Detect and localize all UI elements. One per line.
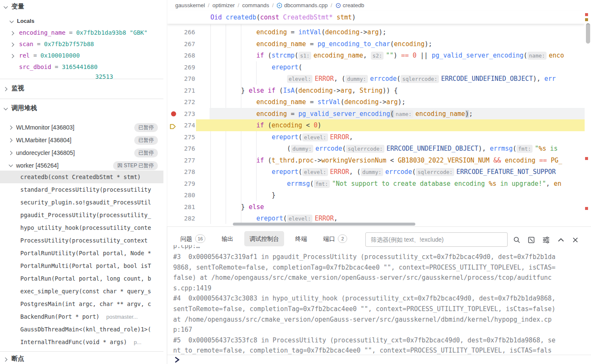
code-line[interactable]: 270elevel:ERROR, (dummy:errcode(sqlerrco…	[167, 73, 585, 85]
line-number[interactable]: 274	[176, 119, 195, 131]
watch-section-header[interactable]: 监视	[0, 84, 163, 94]
variables-section-header[interactable]: 变量	[0, 2, 163, 12]
code-line[interactable]: 272encoding_name = strVal(dencoding->arg…	[167, 96, 585, 108]
variable-row[interactable]: scan = 0x7fb2b7f57b88	[0, 39, 163, 50]
line-number[interactable]: 273	[176, 108, 195, 120]
chevron-right-icon[interactable]	[8, 138, 14, 143]
code-token: pg_valid_server_encoding	[432, 52, 524, 59]
code-line[interactable]: 266encoding = intVal(dencoding->arg);	[167, 26, 585, 38]
callstack-section-header[interactable]: 调用堆栈	[0, 104, 163, 114]
code-area: 266encoding = intVal(dencoding->arg);267…	[167, 24, 591, 226]
code-token: (	[321, 28, 325, 36]
stack-frame-label: createdb(const CreatedbStmt * stmt)	[20, 174, 141, 180]
variable-row[interactable]: rel = 0x100010000	[0, 50, 163, 61]
variable-row-clipped[interactable]: 32513	[0, 73, 163, 79]
code-line[interactable]: 269ereport(	[167, 61, 585, 73]
inlay-hint: sqlerrcode:	[400, 75, 439, 83]
stack-frame[interactable]: ProcessUtility(processutility_context	[0, 234, 163, 247]
code-line[interactable]: 271} else if (IsA(dencoding->arg, String…	[167, 85, 585, 97]
line-number[interactable]: 271	[176, 85, 195, 97]
overview-ruler-mark	[585, 18, 588, 21]
overview-ruler[interactable]	[585, 0, 591, 226]
chevron-down-icon[interactable]	[3, 5, 8, 10]
vscode-debug-window: 变量 Locals encoding_name = 0x7fb2b1da93b8…	[0, 0, 591, 364]
stack-frame[interactable]: standard_ProcessUtility(processutility	[0, 183, 163, 196]
code-line[interactable]: 273encoding = pg_valid_server_encoding(n…	[167, 108, 585, 120]
line-number[interactable]: 279	[176, 178, 195, 190]
code-line[interactable]: 276(dummy:errcode(sqlerrcode:ERRCODE_UND…	[167, 143, 585, 154]
breadcrumb-item[interactable]: dbcommands.cpp	[284, 2, 328, 8]
chevron-right-icon[interactable]	[10, 53, 15, 58]
chevron-right-icon[interactable]	[10, 42, 15, 47]
line-number[interactable]: 281	[176, 201, 195, 213]
line-number[interactable]: 269	[176, 61, 195, 73]
code-line[interactable]: 281} else	[167, 201, 585, 213]
stack-frame[interactable]: createdb(const CreatedbStmt * stmt)	[0, 171, 163, 183]
inlay-hint: dummy:	[361, 168, 383, 176]
chevron-down-icon[interactable]	[3, 106, 8, 111]
code-line[interactable]: 277if (t_thrd.proc->workingVersionNum < …	[167, 154, 585, 166]
stack-frame[interactable]: security_plugin.so!gsaudit_ProcessUtil	[0, 196, 163, 209]
stack-frame[interactable]: exec_simple_query(const char * query_s	[0, 285, 163, 298]
thread-row[interactable]: WLMmonitor [436803]已暂停	[0, 121, 163, 134]
breadcrumb-item[interactable]: createdb	[343, 2, 365, 8]
variable-text: src_dboid = 3165441680	[19, 61, 97, 73]
line-number[interactable]: 272	[176, 96, 195, 108]
code-line[interactable]: 280}	[167, 189, 585, 201]
chevron-down-icon[interactable]	[8, 163, 14, 168]
stack-frame[interactable]: BackendRun(Port * port)postmaster...	[0, 310, 163, 323]
locals-group-header[interactable]: Locals	[0, 17, 163, 27]
chevron-right-icon[interactable]	[10, 30, 15, 36]
code-line[interactable]: 279errmsg(fmt:"Not support to create dat…	[167, 178, 585, 190]
stack-frame[interactable]: pgaudit_ProcessUtility(processutility_	[0, 209, 163, 221]
code-line[interactable]: 268if (strcmp(s1:encoding_name, s2:"") =…	[167, 50, 585, 61]
horizontal-scrollbar[interactable]	[233, 223, 415, 226]
variable-row[interactable]: src_dboid = 3165441680	[0, 61, 163, 73]
code-token: encoding	[505, 157, 536, 164]
code-token: ERROR	[330, 168, 349, 176]
thread-row[interactable]: WLMarbiter [436804]已暂停	[0, 134, 163, 146]
chevron-right-icon[interactable]	[8, 125, 14, 130]
console-prompt-chevron-icon[interactable]	[174, 356, 180, 364]
breadcrumb-item[interactable]: optimizer	[213, 2, 235, 8]
line-number[interactable]: 282	[176, 212, 195, 224]
chevron-right-icon[interactable]	[8, 150, 14, 155]
code-token: String	[359, 87, 382, 94]
stack-frame[interactable]: GaussDbThreadMain<(knl_thread_role)1>(	[0, 323, 163, 336]
chevron-down-icon[interactable]	[9, 19, 14, 24]
stack-frame[interactable]: PortalRun(Portal portal, long count, b	[0, 272, 163, 285]
thread-row[interactable]: undorecycler [436805]已暂停	[0, 146, 163, 159]
line-number[interactable]: 280	[176, 189, 195, 201]
line-number[interactable]: 266	[176, 26, 195, 38]
variable-value: 3165441680	[62, 63, 97, 70]
thread-row[interactable]: worker [456264]因 STEP 已暂停	[0, 159, 163, 172]
breadcrumb-item[interactable]: gausskernel	[175, 2, 205, 8]
sticky-function-header[interactable]: Oid createdb(const CreatedbStmt* stmt)	[167, 11, 585, 24]
line-number[interactable]: 267	[176, 38, 195, 50]
line-number[interactable]: 268	[176, 50, 195, 61]
stack-frame[interactable]: PortalRunMulti(Portal portal, bool isT	[0, 259, 163, 272]
breadcrumb-item[interactable]: commands	[242, 2, 269, 8]
code-line[interactable]: 275ereport(elevel:ERROR,	[167, 131, 585, 143]
code-line[interactable]: 267encoding_name = pg_encoding_to_char(e…	[167, 38, 585, 50]
code-token: ereport	[272, 133, 298, 141]
scrollbar-thumb[interactable]	[586, 23, 590, 44]
line-number[interactable]: 275	[176, 131, 195, 143]
line-number[interactable]: 277	[176, 154, 195, 166]
breakpoints-section-header[interactable]: 断点	[0, 354, 163, 364]
stack-frame[interactable]: InternalThreadFunc(void * args)p...	[0, 336, 163, 348]
stack-frame[interactable]: hypo_utility_hook(processutility_conte	[0, 221, 163, 234]
code-line[interactable]: 274if (encoding < 0)	[167, 119, 585, 131]
inlay-hint: elevel:	[287, 215, 313, 223]
stack-frame[interactable]: PortalRunUtility(Portal portal, Node *	[0, 247, 163, 259]
line-number[interactable]: 278	[176, 166, 195, 178]
chevron-right-icon[interactable]	[3, 357, 8, 362]
variable-row[interactable]: encoding_name = 0x7fb2b1da93b8 "GBK"	[0, 27, 163, 39]
chevron-right-icon[interactable]	[3, 86, 8, 91]
code-line[interactable]: 278ereport(elevel:ERROR, (dummy:errcode(…	[167, 166, 585, 178]
stack-frame-label: ProcessUtility(processutility_context	[20, 237, 148, 244]
line-number[interactable]: 276	[176, 143, 195, 154]
line-number[interactable]: 270	[176, 73, 195, 85]
current-line-highlight	[196, 119, 585, 131]
stack-frame[interactable]: PostgresMain(int argc, char ** argv, c	[0, 298, 163, 310]
